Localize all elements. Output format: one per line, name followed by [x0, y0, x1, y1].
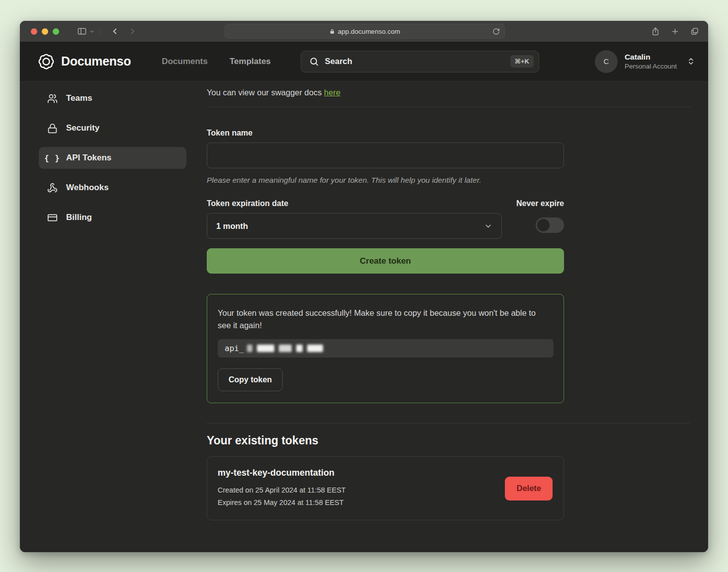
sidebar-item-teams[interactable]: Teams	[39, 87, 186, 109]
token-dates: Created on 25 April 2024 at 11:58 EEST E…	[218, 484, 505, 509]
reload-icon[interactable]	[492, 28, 500, 35]
account-type: Personal Account	[625, 62, 677, 71]
address-bar[interactable]: app.documenso.com	[225, 24, 505, 39]
search-shortcut-badge: ⌘+K	[510, 55, 534, 68]
minimize-window-button[interactable]	[42, 28, 48, 35]
zoom-window-button[interactable]	[53, 28, 59, 35]
tab-overview-icon[interactable]	[690, 27, 699, 36]
sidebar-item-label: API Tokens	[66, 153, 111, 163]
sidebar-item-label: Security	[66, 123, 99, 133]
chevron-down-icon	[484, 222, 492, 230]
create-token-button[interactable]: Create token	[207, 248, 564, 274]
never-expire-toggle[interactable]	[536, 217, 564, 233]
token-card: my-test-key-documentation Created on 25 …	[207, 456, 564, 520]
api-tokens-panel: You can view our swagger docs here Token…	[207, 81, 708, 552]
token-name-help: Please enter a meaningful name for your …	[207, 176, 690, 185]
token-created-message: Your token was created successfully! Mak…	[218, 307, 551, 332]
url-text: app.documenso.com	[338, 28, 400, 35]
lock-icon	[47, 123, 58, 134]
delete-token-button[interactable]: Delete	[505, 477, 553, 500]
expiration-select[interactable]: 1 month	[207, 213, 502, 239]
expiration-controls-row: 1 month	[207, 213, 564, 239]
never-expire-toggle-wrap	[536, 213, 564, 233]
app-header: Documenso Documents Templates Search ⌘+K…	[20, 42, 708, 81]
account-text: Catalin Personal Account	[625, 52, 677, 71]
sidebar-item-api-tokens[interactable]: { } API Tokens	[39, 147, 186, 169]
sidebar-toggle-icon[interactable]	[77, 26, 87, 36]
copy-token-button[interactable]: Copy token	[218, 368, 283, 391]
users-icon	[47, 93, 58, 104]
divider	[207, 423, 690, 424]
sidebar-item-label: Billing	[66, 213, 92, 222]
token-name-label: Token name	[207, 129, 690, 138]
token-created-box: Your token was created successfully! Mak…	[207, 294, 564, 403]
never-expire-label: Never expire	[516, 199, 564, 208]
search-icon	[309, 57, 319, 67]
token-card-info: my-test-key-documentation Created on 25 …	[218, 468, 505, 509]
search-input[interactable]: Search ⌘+K	[301, 51, 539, 72]
settings-sidebar: Teams Security { } API Tokens Webhooks	[20, 81, 207, 552]
new-tab-icon[interactable]	[671, 27, 679, 36]
share-icon[interactable]	[651, 27, 660, 36]
sidebar-item-label: Teams	[66, 93, 92, 103]
titlebar-right-icons	[651, 21, 699, 42]
braces-icon: { }	[47, 153, 58, 163]
token-prefix: api_	[225, 344, 244, 353]
expiration-label: Token expiration date	[207, 199, 288, 208]
divider	[207, 107, 690, 107]
sidebar-item-webhooks[interactable]: Webhooks	[39, 177, 186, 199]
lock-icon	[329, 28, 335, 35]
traffic-lights	[31, 28, 59, 35]
token-name-input[interactable]	[207, 143, 564, 168]
expiration-selected-value: 1 month	[216, 221, 484, 231]
nav-templates[interactable]: Templates	[230, 57, 271, 67]
browser-titlebar: app.documenso.com	[20, 21, 708, 42]
brand-name: Documenso	[61, 54, 131, 69]
token-expires-date: Expires on 25 May 2024 at 11:58 EEST	[218, 497, 505, 509]
search-placeholder: Search	[325, 57, 510, 66]
forward-button[interactable]	[128, 27, 137, 36]
account-menu[interactable]: C Catalin Personal Account	[595, 50, 695, 73]
page-content: Teams Security { } API Tokens Webhooks	[20, 81, 708, 552]
back-button[interactable]	[110, 27, 119, 36]
token-value-field[interactable]: api_	[218, 339, 554, 358]
browser-window: app.documenso.com Documenso Docum	[20, 21, 708, 552]
swagger-docs-text: You can view our swagger docs here	[207, 86, 690, 98]
account-name: Catalin	[625, 52, 677, 62]
toggle-knob	[537, 219, 550, 231]
main-nav: Documents Templates	[162, 57, 270, 67]
sidebar-item-billing[interactable]: Billing	[39, 207, 186, 228]
token-name: my-test-key-documentation	[218, 468, 505, 478]
documenso-logo-icon	[38, 53, 55, 70]
close-window-button[interactable]	[31, 28, 37, 35]
credit-card-icon	[47, 213, 58, 223]
avatar-initial: C	[604, 57, 609, 66]
nav-documents[interactable]: Documents	[162, 57, 208, 67]
existing-tokens-heading: Your existing tokens	[207, 434, 690, 447]
swagger-docs-link[interactable]: here	[324, 88, 340, 97]
sidebar-item-security[interactable]: Security	[39, 117, 186, 139]
token-created-date: Created on 25 April 2024 at 11:58 EEST	[218, 484, 505, 497]
tab-group-chevron-icon[interactable]	[89, 29, 100, 34]
expiration-labels-row: Token expiration date Never expire	[207, 199, 564, 208]
chevrons-up-down-icon	[687, 57, 695, 66]
sidebar-item-label: Webhooks	[66, 183, 109, 193]
brand[interactable]: Documenso	[38, 53, 131, 70]
webhook-icon	[47, 183, 58, 193]
avatar: C	[595, 50, 618, 73]
redacted-token-value	[247, 345, 323, 352]
